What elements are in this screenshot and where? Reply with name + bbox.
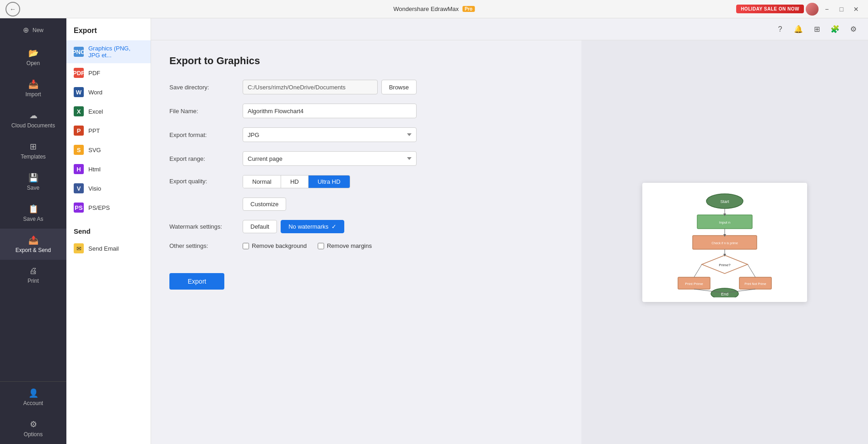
file-name-input[interactable]	[243, 104, 417, 118]
toolbar-area: ? 🔔 ⊞ 🧩 ⚙	[151, 18, 868, 40]
panel-item-pdf[interactable]: PDF PDF	[66, 63, 151, 82]
excel-icon: X	[74, 106, 84, 116]
pdf-icon: PDF	[74, 68, 84, 78]
sidebar-item-templates[interactable]: ⊞ Templates	[0, 135, 66, 166]
panel-item-graphics[interactable]: PNG Graphics (PNG, JPG et...	[66, 40, 151, 63]
account-icon: 👤	[28, 388, 38, 398]
sidebar: ⊕ New 📂 Open 📥 Import ☁ Cloud Documents …	[0, 18, 66, 444]
holiday-sale-button[interactable]: HOLIDAY SALE ON NOW	[736, 5, 804, 13]
sidebar-item-save[interactable]: 💾 Save	[0, 166, 66, 197]
panel-item-label: PDF	[88, 70, 100, 77]
quality-button-group: Normal HD Ultra HD	[243, 175, 350, 188]
sidebar-item-open[interactable]: 📂 Open	[0, 42, 66, 73]
panel-item-excel[interactable]: X Excel	[66, 102, 151, 121]
save-directory-input-group: Browse	[243, 80, 417, 94]
notifications-button[interactable]: 🔔	[791, 22, 806, 37]
export-format-label: Export format:	[169, 132, 243, 138]
export-range-select[interactable]: Current page All pages Selected shapes	[243, 151, 417, 166]
export-icon: 📤	[28, 235, 38, 245]
export-format-control: JPG PNG BMP SVG TIFF GIF	[243, 127, 417, 142]
export-quality-label: Export quality:	[169, 175, 243, 185]
export-format-select[interactable]: JPG PNG BMP SVG TIFF GIF	[243, 127, 417, 142]
sidebar-item-export[interactable]: 📤 Export & Send	[0, 229, 66, 260]
email-icon: ✉	[74, 243, 84, 253]
browse-button[interactable]: Browse	[381, 80, 417, 94]
sidebar-item-print[interactable]: 🖨 Print	[0, 260, 66, 291]
back-button[interactable]: ←	[5, 2, 20, 16]
sidebar-item-label: New	[33, 27, 43, 33]
remove-margins-input[interactable]	[318, 243, 324, 249]
remove-margins-checkbox[interactable]: Remove margins	[318, 242, 372, 249]
export-button[interactable]: Export	[169, 273, 224, 290]
svg-text:Print Not Prime: Print Not Prime	[744, 282, 766, 285]
html-icon: H	[74, 164, 84, 174]
file-name-control	[243, 104, 417, 118]
options-icon: ⚙	[30, 419, 37, 429]
sidebar-item-options[interactable]: ⚙ Options	[0, 413, 66, 444]
sidebar-item-cloud[interactable]: ☁ Cloud Documents	[0, 104, 66, 135]
maximize-button[interactable]: □	[835, 3, 848, 16]
file-name-label: File Name:	[169, 108, 243, 115]
sidebar-item-new[interactable]: ⊕ New	[0, 18, 66, 42]
quality-normal-button[interactable]: Normal	[243, 175, 281, 188]
panel-title: Export	[66, 18, 151, 40]
flowchart-preview: Start Input n Check if n is prime Prime?…	[651, 187, 798, 297]
save-directory-input[interactable]	[243, 80, 378, 94]
sidebar-item-label: Open	[27, 60, 40, 66]
other-settings-control: Remove background Remove margins	[243, 242, 372, 249]
svg-line-17	[694, 264, 702, 277]
panel-item-visio[interactable]: V Visio	[66, 179, 151, 198]
panel-item-label: PS/EPS	[88, 204, 110, 211]
print-icon: 🖨	[29, 266, 38, 276]
panel-item-label: SVG	[88, 147, 101, 153]
sidebar-item-account[interactable]: 👤 Account	[0, 382, 66, 413]
panel-item-svg[interactable]: S SVG	[66, 140, 151, 159]
panel-item-ppt[interactable]: P PPT	[66, 121, 151, 140]
svg-icon: S	[74, 145, 84, 155]
ppt-icon: P	[74, 126, 84, 136]
remove-background-input[interactable]	[243, 243, 249, 249]
customize-button[interactable]: Customize	[243, 197, 286, 211]
puzzle-button[interactable]: 🧩	[828, 22, 842, 37]
panel-item-pseps[interactable]: PS PS/EPS	[66, 198, 151, 217]
panel-item-word[interactable]: W Word	[66, 82, 151, 102]
minimize-button[interactable]: −	[820, 3, 833, 16]
svg-text:Print Prime: Print Prime	[685, 282, 703, 286]
help-button[interactable]: ?	[773, 22, 787, 37]
sidebar-item-save-as[interactable]: 📋 Save As	[0, 197, 66, 229]
open-icon: 📂	[28, 48, 38, 58]
titlebar: ← Wondershare EdrawMax Pro HOLIDAY SALE …	[0, 0, 868, 18]
remove-background-checkbox[interactable]: Remove background	[243, 242, 307, 249]
watermark-default-button[interactable]: Default	[243, 220, 277, 233]
svg-text:Prime?: Prime?	[719, 263, 731, 267]
panel-item-label: Excel	[88, 108, 103, 115]
sidebar-item-label: Options	[24, 431, 43, 438]
main-layout: ⊕ New 📂 Open 📥 Import ☁ Cloud Documents …	[0, 18, 868, 444]
grid-button[interactable]: ⊞	[809, 22, 824, 37]
quality-hd-button[interactable]: HD	[281, 175, 309, 188]
panel-item-html[interactable]: H Html	[66, 159, 151, 179]
other-settings-row: Other settings: Remove background Remove…	[169, 242, 563, 249]
export-area: Export to Graphics Save directory: Brows…	[151, 40, 868, 444]
import-icon: 📥	[28, 79, 38, 89]
sidebar-bottom: 👤 Account ⚙ Options	[0, 381, 66, 444]
save-directory-label: Save directory:	[169, 84, 243, 91]
export-range-label: Export range:	[169, 155, 243, 162]
quality-ultrahd-button[interactable]: Ultra HD	[309, 175, 350, 188]
svg-text:Input n: Input n	[719, 220, 730, 225]
panel-item-send-email[interactable]: ✉ Send Email	[66, 239, 151, 258]
sidebar-item-label: Save	[27, 185, 39, 191]
watermark-no-watermarks-button[interactable]: No watermarks ✓	[281, 220, 344, 233]
templates-icon: ⊞	[30, 142, 37, 152]
secondary-panel: Export PNG Graphics (PNG, JPG et... PDF …	[66, 18, 151, 444]
preview-card: Start Input n Check if n is prime Prime?…	[642, 183, 807, 302]
sidebar-item-label: Templates	[21, 153, 46, 160]
avatar[interactable]	[806, 3, 819, 16]
close-button[interactable]: ✕	[850, 3, 863, 16]
panel-item-label: Word	[88, 89, 103, 96]
sidebar-item-import[interactable]: 📥 Import	[0, 73, 66, 104]
settings-button[interactable]: ⚙	[846, 22, 861, 37]
app-title: Wondershare EdrawMax Pro	[393, 5, 475, 12]
export-format-row: Export format: JPG PNG BMP SVG TIFF GIF	[169, 127, 563, 142]
export-title: Export to Graphics	[169, 55, 563, 67]
